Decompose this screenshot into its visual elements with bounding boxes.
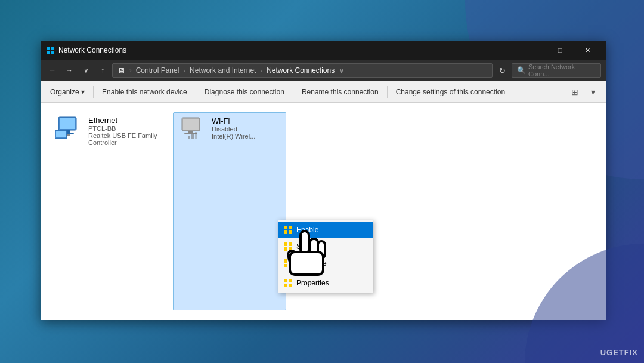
svg-rect-4 xyxy=(67,134,70,136)
properties-label: Properties xyxy=(296,279,329,287)
ethernet-line2: Realtek USB FE Family Controller xyxy=(88,132,159,146)
ugetfix-badge: UGETFIX xyxy=(600,348,638,357)
close-button[interactable]: ✕ xyxy=(574,41,601,60)
context-separator xyxy=(278,273,373,273)
maximize-button[interactable]: □ xyxy=(546,41,574,60)
recent-button[interactable]: ∨ xyxy=(79,63,93,78)
search-placeholder: Search Network Conn... xyxy=(528,63,596,78)
wifi-device-info: Wi-Fi Disabled Intel(R) Wirel... xyxy=(212,116,255,140)
svg-rect-6 xyxy=(56,131,66,137)
ethernet-name: Ethernet xyxy=(88,116,159,125)
current-breadcrumb: Network Connections xyxy=(267,66,335,75)
search-box[interactable]: 🔍 Search Network Conn... xyxy=(512,63,601,78)
back-button[interactable]: ← xyxy=(45,63,60,78)
toolbar-sep1 xyxy=(93,86,94,98)
address-chevron-icon[interactable]: ∨ xyxy=(337,67,346,75)
sep2: › xyxy=(183,67,185,74)
status-label: Status xyxy=(296,242,317,251)
svg-rect-14 xyxy=(284,226,287,229)
window-controls: — □ ✕ xyxy=(519,41,601,60)
svg-rect-13 xyxy=(195,132,197,139)
wifi-icon xyxy=(178,116,207,140)
network-internet-breadcrumb[interactable]: Network and Internet xyxy=(190,66,256,75)
svg-rect-20 xyxy=(284,247,287,251)
status-icon xyxy=(283,242,293,251)
wifi-desc: Intel(R) Wirel... xyxy=(212,133,255,140)
toolbar-sep3 xyxy=(293,86,293,98)
context-enable-item[interactable]: Enable xyxy=(278,222,373,238)
svg-rect-22 xyxy=(284,259,287,263)
svg-rect-17 xyxy=(289,230,292,234)
view-options-button[interactable]: ⊞ xyxy=(566,84,583,100)
network-connections-window: Network Connections — □ ✕ ← → ∨ ↑ 🖥 › Co… xyxy=(41,41,606,320)
address-input[interactable]: 🖥 › Control Panel › Network and Internet… xyxy=(112,63,493,78)
svg-rect-8 xyxy=(183,119,199,130)
content-area: Ethernet PTCL-BB Realtek USB FE Family C… xyxy=(41,103,606,320)
wifi-name: Wi-Fi xyxy=(212,116,255,125)
rename-connection-button[interactable]: Rename this connection xyxy=(297,84,383,100)
ethernet-icon xyxy=(55,116,83,140)
change-settings-button[interactable]: Change settings of this connection xyxy=(391,84,510,100)
organize-button[interactable]: Organize ▾ xyxy=(45,84,89,100)
search-icon: 🔍 xyxy=(517,66,526,75)
diagnose-label: Diagnose xyxy=(296,259,327,267)
view-dropdown-button[interactable]: ▾ xyxy=(584,84,601,100)
svg-rect-9 xyxy=(188,131,193,133)
toolbar: Organize ▾ Enable this network device Di… xyxy=(41,81,606,103)
svg-rect-26 xyxy=(284,279,287,282)
svg-rect-23 xyxy=(289,259,292,263)
svg-rect-16 xyxy=(284,230,287,234)
properties-icon xyxy=(283,278,293,288)
svg-rect-29 xyxy=(289,284,292,287)
svg-rect-15 xyxy=(289,226,292,229)
enable-label: Enable xyxy=(296,226,318,234)
up-button[interactable]: ↑ xyxy=(95,63,110,78)
svg-rect-18 xyxy=(284,242,287,246)
ethernet-line1: PTCL-BB xyxy=(88,125,159,132)
enable-network-device-button[interactable]: Enable this network device xyxy=(97,84,192,100)
wifi-device-card[interactable]: Wi-Fi Disabled Intel(R) Wirel... xyxy=(173,112,286,310)
svg-rect-19 xyxy=(289,242,292,246)
toolbar-sep4 xyxy=(387,86,388,98)
toolbar-right: ⊞ ▾ xyxy=(566,84,601,100)
toolbar-sep2 xyxy=(196,86,196,98)
diagnose-connection-button[interactable]: Diagnose this connection xyxy=(200,84,289,100)
ethernet-device-card[interactable]: Ethernet PTCL-BB Realtek USB FE Family C… xyxy=(50,112,163,310)
svg-rect-24 xyxy=(284,264,287,267)
forward-button[interactable]: → xyxy=(62,63,76,78)
context-menu: Enable Status xyxy=(278,220,373,293)
sep1: › xyxy=(129,67,132,74)
enable-icon xyxy=(283,225,293,235)
context-diagnose-item[interactable]: Diagnose xyxy=(278,255,373,272)
svg-rect-27 xyxy=(289,279,292,282)
svg-rect-11 xyxy=(188,136,190,139)
context-properties-item[interactable]: Properties xyxy=(278,275,373,291)
refresh-button[interactable]: ↻ xyxy=(495,63,509,78)
svg-rect-25 xyxy=(289,264,292,267)
title-bar: Network Connections — □ ✕ xyxy=(41,41,606,60)
context-status-item[interactable]: Status xyxy=(278,238,373,255)
window-icon xyxy=(45,45,55,55)
minimize-button[interactable]: — xyxy=(519,41,546,60)
svg-rect-1 xyxy=(60,118,75,129)
wifi-status: Disabled xyxy=(212,125,255,133)
control-panel-breadcrumb[interactable]: Control Panel xyxy=(136,66,179,75)
diagnose-icon xyxy=(283,259,293,268)
sep3: › xyxy=(260,67,262,74)
ethernet-device-info: Ethernet PTCL-BB Realtek USB FE Family C… xyxy=(88,116,159,146)
address-icon: 🖥 xyxy=(117,66,125,75)
title-bar-text: Network Connections xyxy=(58,46,519,54)
svg-rect-28 xyxy=(284,284,287,287)
address-bar: ← → ∨ ↑ 🖥 › Control Panel › Network and … xyxy=(41,60,606,81)
svg-rect-21 xyxy=(289,247,292,251)
svg-rect-12 xyxy=(191,134,194,139)
